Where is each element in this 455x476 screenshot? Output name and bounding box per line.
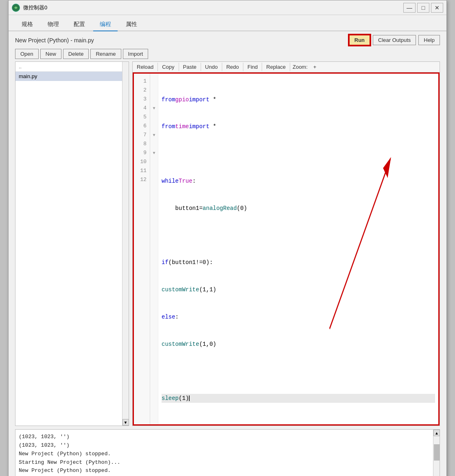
- file-item-mainpy[interactable]: main.py: [15, 72, 129, 81]
- code-line-3: [162, 149, 435, 158]
- tab-specs[interactable]: 规格: [15, 18, 39, 31]
- file-item-dotdot[interactable]: ..: [15, 62, 129, 72]
- code-line-2: from time import *: [162, 122, 435, 131]
- file-panel: .. main.py ▼: [15, 61, 129, 426]
- output-line-4: Starting New Project (Python)...: [19, 459, 430, 467]
- editor-toolbar: Reload Copy Paste Undo Redo Find Replace…: [133, 62, 440, 72]
- tab-bar: 规格 物理 配置 编程 属性: [9, 15, 446, 31]
- output-scrollbar: ▲ ▼: [433, 430, 440, 476]
- copy-button[interactable]: Copy: [158, 63, 179, 71]
- scroll-down-arrow[interactable]: ▼: [122, 419, 129, 426]
- app-icon: [12, 4, 20, 12]
- code-line-9: else:: [162, 312, 435, 321]
- project-title: New Project (Python) - main.py: [15, 37, 346, 44]
- replace-button[interactable]: Replace: [262, 63, 290, 71]
- maximize-button[interactable]: □: [417, 3, 429, 13]
- tab-programming[interactable]: 编程: [93, 18, 118, 31]
- output-content[interactable]: (1023, 1023, '') (1023, 1023, '') New Pr…: [15, 430, 433, 476]
- file-ops-toolbar: Open New Delete Rename Import: [9, 49, 446, 61]
- tab-properties[interactable]: 属性: [119, 18, 144, 31]
- file-toolbar: New Project (Python) - main.py Run Clear…: [9, 31, 446, 49]
- output-line-1: (1023, 1023, ''): [19, 433, 430, 441]
- code-line-1: from gpio import *: [162, 95, 435, 104]
- code-area[interactable]: 1 2 3 4 5 6 7 8 9 10 11 12: [133, 72, 440, 426]
- fold-column: ▼ ▼ ▼: [150, 74, 158, 424]
- title-bar: 微控制器0 — □ ✕: [9, 0, 446, 15]
- output-line-2: (1023, 1023, ''): [19, 441, 430, 450]
- open-button[interactable]: Open: [15, 49, 39, 59]
- undo-button[interactable]: Undo: [201, 63, 222, 71]
- file-scrollbar: ▼: [122, 62, 129, 426]
- help-button[interactable]: Help: [418, 35, 440, 45]
- output-area: (1023, 1023, '') (1023, 1023, '') New Pr…: [15, 429, 440, 476]
- new-button[interactable]: New: [40, 49, 61, 59]
- code-line-6: [162, 231, 435, 240]
- code-line-5: button1=analogRead(0): [162, 204, 435, 213]
- minimize-button[interactable]: —: [403, 3, 416, 13]
- code-line-12: sleep(1): [162, 394, 435, 403]
- run-button[interactable]: Run: [349, 35, 370, 46]
- paste-button[interactable]: Paste: [179, 63, 201, 71]
- clear-outputs-button[interactable]: Clear Outputs: [373, 35, 416, 45]
- code-editor: 1 2 3 4 5 6 7 8 9 10 11 12: [134, 74, 438, 424]
- import-button[interactable]: Import: [123, 49, 149, 59]
- output-scroll-up[interactable]: ▲: [433, 430, 440, 436]
- window-title: 微控制器0: [23, 4, 403, 11]
- fold-while[interactable]: ▼: [150, 104, 158, 113]
- window-controls: — □ ✕: [403, 3, 443, 13]
- editor-panel: Reload Copy Paste Undo Redo Find Replace…: [132, 61, 440, 426]
- fold-else[interactable]: ▼: [150, 148, 158, 157]
- tab-physics[interactable]: 物理: [41, 18, 66, 31]
- zoom-label: Zoom:: [290, 63, 310, 71]
- fold-if[interactable]: ▼: [150, 131, 158, 140]
- main-area: .. main.py ▼ Reload Copy Paste Undo Redo…: [9, 61, 446, 426]
- delete-button[interactable]: Delete: [63, 49, 89, 59]
- redo-button[interactable]: Redo: [222, 63, 243, 71]
- code-line-8: customWrite(1,1): [162, 285, 435, 294]
- main-window: 微控制器0 — □ ✕ 规格 物理 配置 编程 属性 New Project (…: [8, 0, 447, 476]
- output-line-5: New Project (Python) stopped.: [19, 467, 430, 475]
- output-line-3: New Project (Python) stopped.: [19, 450, 430, 459]
- code-line-4: while True:: [162, 177, 435, 186]
- tab-config[interactable]: 配置: [67, 18, 92, 31]
- reload-button[interactable]: Reload: [133, 63, 158, 71]
- code-line-11: [162, 367, 435, 376]
- code-line-7: if(button1!=0):: [162, 258, 435, 267]
- find-button[interactable]: Find: [243, 63, 262, 71]
- code-line-10: customWrite(1,0): [162, 340, 435, 349]
- code-content[interactable]: from gpio import * from time import * wh…: [158, 74, 438, 424]
- zoom-plus-button[interactable]: +: [310, 63, 320, 71]
- rename-button[interactable]: Rename: [90, 49, 121, 59]
- output-scroll-thumb[interactable]: [434, 444, 440, 461]
- close-button[interactable]: ✕: [431, 3, 443, 13]
- line-numbers: 1 2 3 4 5 6 7 8 9 10 11 12: [134, 74, 150, 424]
